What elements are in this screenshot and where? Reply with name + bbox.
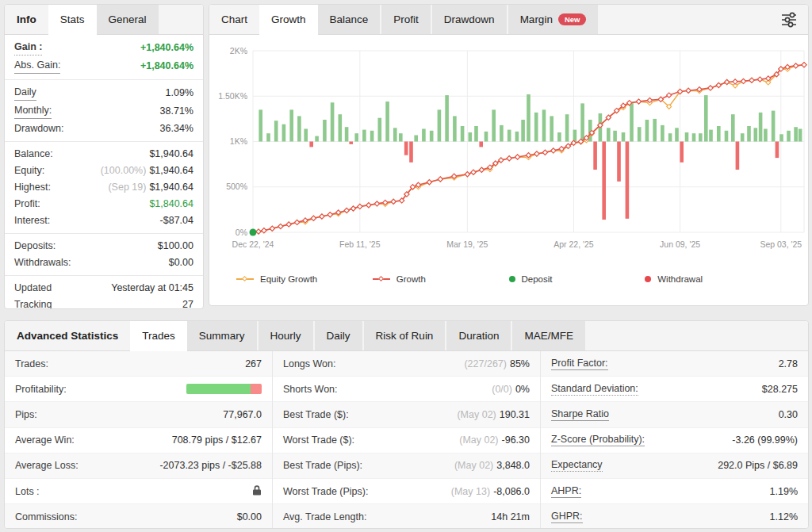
- daily-label[interactable]: Daily: [14, 86, 36, 101]
- avg-trade-length-value: 14h 21m: [491, 511, 530, 522]
- longs-won-label: Longs Won:: [283, 358, 335, 369]
- legend-equity-growth[interactable]: Equity Growth: [236, 274, 373, 284]
- deposits-group: Deposits:$100.00 Withdrawals:$0.00: [5, 233, 203, 275]
- svg-text:Feb 11, '25: Feb 11, '25: [339, 239, 381, 249]
- average-loss-label: Average Loss:: [15, 460, 79, 471]
- withdrawal-marker-icon: [645, 276, 651, 282]
- legend-deposit[interactable]: Deposit: [509, 274, 645, 284]
- tab-advanced-statistics-label: Advanced Statistics: [17, 330, 118, 342]
- chart-settings-icon[interactable]: [779, 11, 799, 31]
- growth-chart-panel: Chart Growth Balance Profit Drawdown Mar…: [209, 4, 809, 306]
- stat-row-gain: Gain :+1,840.64%: [5, 39, 203, 57]
- deposits-value: $100.00: [158, 239, 193, 253]
- svg-text:1.50K%: 1.50K%: [218, 91, 247, 101]
- stats-column-2: Longs Won:(227/267)85% Shorts Won:(0/0)0…: [272, 351, 540, 529]
- worst-trade-pips-label: Worst Trade (Pips):: [283, 486, 368, 497]
- diamond-marker: [378, 275, 384, 281]
- balance-group: Balance:$1,940.64 Equity:(100.00%)$1,940…: [5, 141, 203, 233]
- monthly-label[interactable]: Monthly:: [14, 104, 52, 119]
- row-sharpe-ratio: Sharpe Ratio0.30: [541, 402, 808, 427]
- tab-risk-of-ruin-label: Risk of Ruin: [376, 330, 434, 342]
- profit-factor-label[interactable]: Profit Factor:: [551, 358, 608, 370]
- tab-hourly[interactable]: Hourly: [259, 321, 313, 350]
- svg-text:Jun 09, '25: Jun 09, '25: [660, 239, 700, 249]
- expectancy-value: 292.0 Pips / $6.89: [718, 460, 798, 471]
- row-pips: Pips:77,967.0: [5, 402, 272, 427]
- profit-factor-value: 2.78: [779, 358, 798, 369]
- tab-mae-mfe[interactable]: MAE/MFE: [512, 321, 585, 350]
- stat-row-abs-gain: Abs. Gain:+1,840.64%: [5, 57, 203, 75]
- abs-gain-label[interactable]: Abs. Gain:: [14, 59, 60, 74]
- row-longs-won: Longs Won:(227/267)85%: [273, 351, 540, 377]
- legend-growth[interactable]: Growth: [373, 274, 509, 284]
- average-loss-value: -2073.23 pips / -$25.88: [159, 460, 262, 471]
- lock-icon: [252, 485, 262, 498]
- tab-stats[interactable]: Stats: [48, 5, 97, 35]
- tab-drawdown-label: Drawdown: [444, 13, 495, 25]
- tab-trades[interactable]: Trades: [130, 321, 187, 351]
- tab-chart[interactable]: Chart: [209, 5, 259, 34]
- gain-label[interactable]: Gain :: [14, 40, 42, 55]
- standard-deviation-label[interactable]: Standard Deviation:: [551, 383, 638, 396]
- longs-won-ratio: (227/267): [464, 358, 507, 369]
- advanced-stats-tabs: Advanced Statistics Trades Summary Hourl…: [5, 321, 808, 351]
- profit-value: $1,840.64: [149, 197, 193, 211]
- deposit-marker-icon: [509, 276, 515, 282]
- chart-area: 0%500%1K%1.50K%2K%Dec 22, '24Feb 11, '25…: [209, 35, 808, 284]
- stat-row-highest: Highest:(Sep 19)$1,940.64: [5, 179, 203, 196]
- row-profit-factor: Profit Factor:2.78: [541, 351, 808, 377]
- profitability-win-segment: [186, 384, 251, 394]
- ghpr-label[interactable]: GHPR:: [551, 511, 583, 523]
- svg-text:Dec 22, '24: Dec 22, '24: [232, 239, 274, 249]
- legend-withdrawal-label: Withdrawal: [657, 274, 703, 284]
- meta-group: UpdatedYesterday at 01:45 Tracking27: [5, 275, 203, 309]
- legend-deposit-label: Deposit: [522, 274, 553, 284]
- svg-text:0%: 0%: [236, 228, 247, 237]
- tab-advanced-statistics[interactable]: Advanced Statistics: [5, 321, 130, 350]
- row-ahpr: AHPR:1.19%: [541, 479, 808, 504]
- gain-group: Gain :+1,840.64% Abs. Gain:+1,840.64%: [5, 35, 203, 79]
- worst-trade-usd-label: Worst Trade ($):: [283, 434, 354, 446]
- tab-margin[interactable]: MarginNew: [508, 5, 599, 34]
- tab-general[interactable]: General: [97, 5, 159, 34]
- row-worst-trade-pips: Worst Trade (Pips):(May 13)-8,086.0: [273, 479, 540, 504]
- stat-row-interest: Interest:-$87.04: [5, 212, 203, 229]
- tab-balance[interactable]: Balance: [318, 5, 381, 34]
- shorts-won-value: 0%: [515, 384, 530, 395]
- tab-duration[interactable]: Duration: [446, 321, 511, 350]
- balance-value: $1,940.64: [149, 147, 193, 161]
- sliders-icon: [779, 11, 799, 29]
- svg-text:Sep 03, '25: Sep 03, '25: [760, 239, 802, 249]
- stats-column-1: Trades:267 Profitability: Pips:77,967.0 …: [5, 351, 272, 529]
- tab-growth[interactable]: Growth: [259, 5, 318, 35]
- legend-withdrawal[interactable]: Withdrawal: [645, 274, 781, 284]
- drawdown-label: Drawdown:: [14, 122, 64, 136]
- trading-stats-dashboard: Info Stats General Gain :+1,840.64% Abs.…: [0, 0, 812, 532]
- tab-risk-of-ruin[interactable]: Risk of Ruin: [364, 321, 446, 350]
- gain-value: +1,840.64%: [140, 41, 193, 55]
- expectancy-label[interactable]: Expectancy: [551, 459, 603, 472]
- growth-chart[interactable]: 0%500%1K%1.50K%2K%Dec 22, '24Feb 11, '25…: [209, 35, 808, 260]
- tab-summary[interactable]: Summary: [187, 321, 257, 350]
- best-trade-usd-label: Best Trade ($):: [283, 409, 349, 420]
- sharpe-ratio-label[interactable]: Sharpe Ratio: [551, 408, 609, 421]
- pips-value: 77,967.0: [223, 409, 262, 420]
- sharpe-ratio-value: 0.30: [779, 409, 798, 420]
- tab-profit[interactable]: Profit: [381, 5, 431, 34]
- row-expectancy: Expectancy292.0 Pips / $6.89: [541, 454, 808, 479]
- lots-label: Lots :: [15, 486, 40, 497]
- z-score-label[interactable]: Z-Score (Probability):: [551, 434, 645, 446]
- row-profitability: Profitability:: [5, 377, 272, 402]
- new-badge: New: [558, 13, 587, 25]
- shorts-won-ratio: (0/0): [492, 384, 512, 395]
- tab-drawdown[interactable]: Drawdown: [432, 5, 507, 34]
- tab-daily[interactable]: Daily: [315, 321, 362, 350]
- profitability-bar: [186, 384, 262, 394]
- ahpr-label[interactable]: AHPR:: [551, 485, 581, 498]
- svg-text:500%: 500%: [226, 182, 247, 191]
- tab-info[interactable]: Info: [5, 5, 48, 34]
- row-trades: Trades:267: [5, 351, 272, 377]
- tab-general-label: General: [109, 13, 147, 25]
- growth-marker-icon: [373, 278, 390, 280]
- row-average-win: Average Win:708.79 pips / $12.67: [5, 428, 272, 454]
